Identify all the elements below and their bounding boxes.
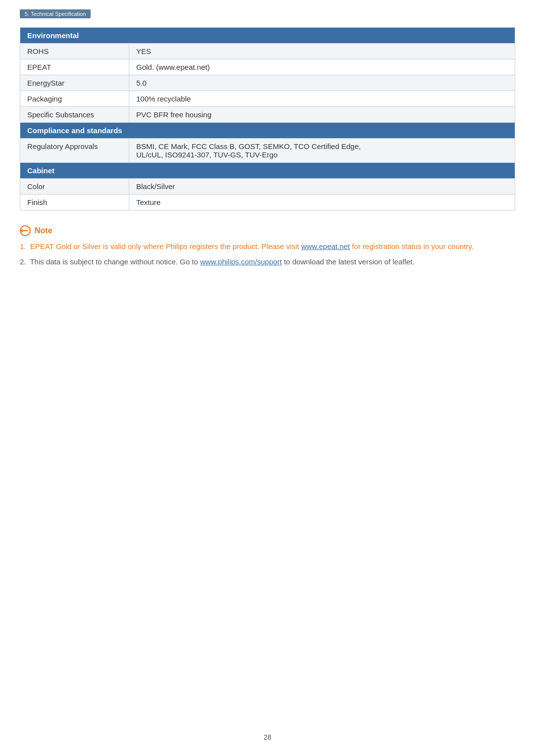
note-list: 1. EPEAT Gold or Silver is valid only wh…: [20, 241, 515, 267]
note-item-2-text-before: This data is subject to change without n…: [30, 257, 200, 266]
row-label: EPEAT: [20, 59, 129, 75]
note-item-1-link[interactable]: www.epeat.net: [301, 242, 350, 251]
note-item-2-number: 2.: [20, 257, 26, 266]
note-item-2: 2. This data is subject to change withou…: [20, 256, 515, 268]
section-header-compliance-label: Compliance and standards: [20, 123, 515, 139]
note-item-1: 1. EPEAT Gold or Silver is valid only wh…: [20, 241, 515, 252]
table-row: EnergyStar 5.0: [20, 75, 515, 91]
table-row: Finish Texture: [20, 195, 515, 210]
row-value: Texture: [129, 195, 515, 210]
row-value: 100% recyclable: [129, 91, 515, 107]
row-label: Color: [20, 179, 129, 195]
row-value: YES: [129, 44, 515, 59]
breadcrumb: 5. Technical Specification: [20, 9, 91, 18]
note-item-1-text-before: EPEAT Gold or Silver is valid only where…: [30, 242, 301, 251]
note-svg-icon: [20, 225, 31, 236]
table-row: Packaging 100% recyclable: [20, 91, 515, 107]
spec-table: Environmental ROHS YES EPEAT Gold. (www.…: [20, 27, 515, 210]
note-item-1-text-after: for registration status in your country.: [350, 242, 474, 251]
row-label: Finish: [20, 195, 129, 210]
section-header-environmental-label: Environmental: [20, 28, 515, 44]
section-header-compliance: Compliance and standards: [20, 123, 515, 139]
row-value: PVC BFR free housing: [129, 107, 515, 123]
section-header-cabinet: Cabinet: [20, 163, 515, 179]
table-row: Regulatory Approvals BSMI, CE Mark, FCC …: [20, 139, 515, 163]
row-value: Gold. (www.epeat.net): [129, 59, 515, 75]
note-section: Note 1. EPEAT Gold or Silver is valid on…: [20, 225, 515, 267]
note-title: Note: [20, 225, 515, 236]
page-wrapper: 5. Technical Specification Environmental…: [0, 0, 535, 312]
row-value: 5.0: [129, 75, 515, 91]
row-label: EnergyStar: [20, 75, 129, 91]
row-label: ROHS: [20, 44, 129, 59]
table-row: Specific Substances PVC BFR free housing: [20, 107, 515, 123]
row-value: BSMI, CE Mark, FCC Class B, GOST, SEMKO,…: [129, 139, 515, 163]
table-row: EPEAT Gold. (www.epeat.net): [20, 59, 515, 75]
note-icon: [20, 225, 31, 236]
row-value: Black/Silver: [129, 179, 515, 195]
note-item-1-number: 1.: [20, 242, 26, 251]
note-item-2-text-after: to download the latest version of leafle…: [282, 257, 415, 266]
note-item-2-link[interactable]: www.philips.com/support: [200, 257, 282, 266]
row-label: Packaging: [20, 91, 129, 107]
row-label: Specific Substances: [20, 107, 129, 123]
table-row: Color Black/Silver: [20, 179, 515, 195]
page-number: 28: [264, 733, 271, 741]
section-header-environmental: Environmental: [20, 28, 515, 44]
note-title-text: Note: [35, 226, 53, 235]
table-row: ROHS YES: [20, 44, 515, 59]
section-header-cabinet-label: Cabinet: [20, 163, 515, 179]
row-label: Regulatory Approvals: [20, 139, 129, 163]
